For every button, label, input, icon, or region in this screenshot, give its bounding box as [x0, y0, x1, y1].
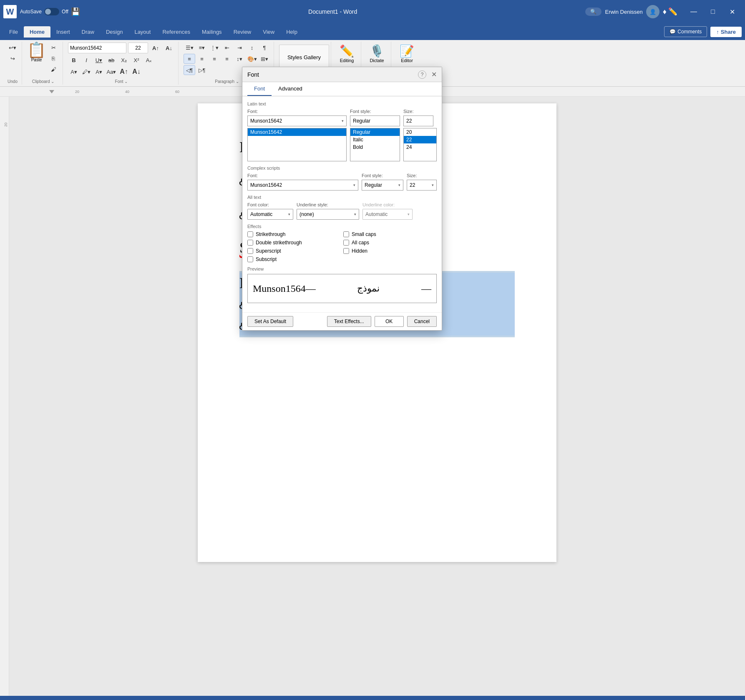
superscript-button[interactable]: X²	[131, 55, 142, 65]
cut-button[interactable]: ✂	[48, 43, 59, 53]
font-style-list[interactable]: Regular Italic Bold	[350, 128, 400, 161]
editor-button[interactable]: 📝 Editor	[396, 43, 418, 65]
small-caps-checkbox[interactable]	[343, 231, 349, 237]
undo-button[interactable]: ↩▾	[7, 43, 18, 53]
complex-size-field[interactable]: 22 ▾	[407, 180, 437, 191]
shrink-font-button[interactable]: A↓	[163, 43, 175, 53]
font-name-input[interactable]	[68, 43, 126, 53]
font-name-list[interactable]: Munson15642	[247, 128, 347, 161]
complex-style-field[interactable]: Regular ▾	[362, 180, 403, 191]
line-spacing-button[interactable]: ↕▾	[234, 54, 245, 64]
ok-button[interactable]: OK	[375, 316, 404, 327]
pen-icon[interactable]: ✏️	[668, 7, 677, 16]
tab-review[interactable]: Review	[228, 26, 257, 38]
complex-font-field[interactable]: Munson15642 ▾	[247, 180, 358, 191]
style-italic[interactable]: Italic	[350, 136, 400, 143]
tab-layout[interactable]: Layout	[128, 26, 156, 38]
redo-button[interactable]: ↪	[7, 53, 18, 63]
tab-draw[interactable]: Draw	[76, 26, 100, 38]
size-24[interactable]: 24	[404, 143, 436, 151]
align-right-button[interactable]: ≡	[209, 54, 220, 64]
search-bar[interactable]: 🔍	[585, 8, 602, 16]
share-button[interactable]: ↑ Share	[710, 27, 742, 37]
italic-button[interactable]: I	[81, 55, 92, 65]
strikethrough-checkbox[interactable]	[247, 231, 253, 237]
tab-design[interactable]: Design	[100, 26, 128, 38]
size-20[interactable]: 20	[404, 128, 436, 136]
sort-button[interactable]: ↕	[246, 43, 258, 53]
superscript-checkbox[interactable]	[247, 248, 253, 254]
dictate-button[interactable]: 🎙️ Dictate	[366, 43, 388, 65]
font-tab-font[interactable]: Font	[247, 82, 272, 96]
borders-button[interactable]: ⊞▾	[259, 54, 270, 64]
font-color-field[interactable]: Automatic ▾	[247, 209, 293, 220]
grow-text-button[interactable]: A↑	[118, 67, 130, 77]
tab-help[interactable]: Help	[280, 26, 303, 38]
strikethrough-button[interactable]: ab	[106, 55, 117, 65]
increase-indent-button[interactable]: ⇥	[234, 43, 245, 53]
underline-style-field[interactable]: (none) ▾	[297, 209, 359, 220]
tab-home[interactable]: Home	[24, 26, 50, 38]
comments-button[interactable]: 💬 Comments	[664, 26, 707, 37]
text-effects-button[interactable]: Text Effects...	[327, 316, 371, 327]
clear-format-button[interactable]: Aₓ	[143, 55, 155, 65]
font-color-button[interactable]: A▾	[68, 67, 80, 77]
font-tab-advanced[interactable]: Advanced	[272, 82, 309, 96]
tab-file[interactable]: File	[3, 26, 24, 38]
tab-insert[interactable]: Insert	[50, 26, 76, 38]
subscript-button[interactable]: X₂	[118, 55, 130, 65]
font-style-field[interactable]: Regular	[350, 115, 400, 126]
set-default-button[interactable]: Set As Default	[247, 316, 293, 327]
subscript-checkbox[interactable]	[247, 256, 253, 262]
diamond-icon[interactable]: ♦	[663, 8, 667, 16]
cancel-button[interactable]: Cancel	[407, 316, 437, 327]
tab-references[interactable]: References	[156, 26, 196, 38]
double-strikethrough-checkbox[interactable]	[247, 240, 253, 246]
font-dialog-help[interactable]: ?	[418, 70, 426, 79]
justify-button[interactable]: ≡	[221, 54, 233, 64]
minimize-button[interactable]: —	[684, 5, 703, 18]
highlight-button[interactable]: 🖊▾	[81, 67, 92, 77]
grow-font-button[interactable]: A↑	[150, 43, 161, 53]
copy-button[interactable]: ⎘	[48, 53, 59, 63]
shading-button[interactable]: A▾	[93, 67, 105, 77]
save-icon[interactable]: 💾	[71, 7, 80, 16]
font-size-input[interactable]	[128, 43, 148, 53]
align-center-button[interactable]: ≡	[196, 54, 208, 64]
bullets-button[interactable]: ☰▾	[184, 43, 195, 53]
ltr-button[interactable]: ▷¶	[196, 65, 208, 75]
shrink-text-button[interactable]: A↓	[131, 67, 142, 77]
decrease-indent-button[interactable]: ⇤	[221, 43, 233, 53]
size-22[interactable]: 22	[404, 136, 436, 143]
user-avatar[interactable]: 👤	[646, 5, 659, 18]
underline-color-field[interactable]: Automatic ▾	[362, 209, 413, 220]
styles-gallery[interactable]: Styles Gallery	[279, 45, 329, 70]
font-list-item-munson[interactable]: Munson15642	[248, 128, 346, 136]
tab-view[interactable]: View	[257, 26, 280, 38]
align-left-button[interactable]: ≡	[184, 54, 195, 64]
autosave-toggle[interactable]	[44, 8, 59, 15]
tab-mailings[interactable]: Mailings	[196, 26, 228, 38]
style-bold[interactable]: Bold	[350, 143, 400, 151]
format-painter-button[interactable]: 🖌	[48, 64, 59, 74]
change-case-button[interactable]: Aa▾	[106, 67, 117, 77]
editing-button[interactable]: ✏️ Editing	[336, 43, 357, 65]
size-list[interactable]: 20 22 24	[403, 128, 437, 161]
multilevel-list-button[interactable]: ⋮▾	[209, 43, 220, 53]
indent-marker[interactable]	[49, 90, 54, 93]
close-button[interactable]: ✕	[722, 5, 742, 18]
hidden-checkbox[interactable]	[343, 248, 349, 254]
underline-button[interactable]: U▾	[93, 55, 105, 65]
paste-button[interactable]: 📋 Paste	[27, 43, 46, 62]
style-regular[interactable]: Regular	[350, 128, 400, 136]
rtl-button[interactable]: ◁¶	[184, 65, 195, 75]
size-field[interactable]: 22	[403, 115, 433, 126]
shading-para-button[interactable]: 🎨▾	[246, 54, 258, 64]
font-dialog-close[interactable]: ✕	[431, 70, 437, 78]
maximize-button[interactable]: □	[703, 5, 722, 18]
bold-button[interactable]: B	[68, 55, 80, 65]
all-caps-checkbox[interactable]	[343, 240, 349, 246]
numbering-button[interactable]: ≡▾	[196, 43, 208, 53]
font-name-field[interactable]: Munson15642 ▾	[247, 115, 347, 126]
show-marks-button[interactable]: ¶	[259, 43, 270, 53]
